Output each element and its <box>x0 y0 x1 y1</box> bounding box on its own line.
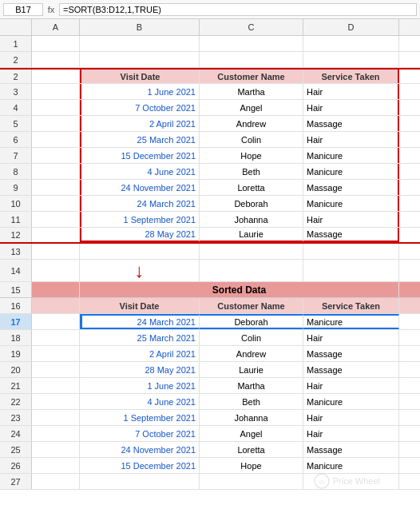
cell-c13[interactable] <box>200 244 303 259</box>
cell-c18[interactable]: Colin <box>200 330 303 345</box>
cell-b1[interactable] <box>80 36 200 51</box>
cell-b25[interactable]: 24 November 2021 <box>80 442 200 457</box>
cell-a14[interactable] <box>32 260 80 281</box>
cell-c3[interactable]: Martha <box>200 84 303 99</box>
cell-a12[interactable] <box>32 228 80 242</box>
sorted-header-visit-date[interactable]: Visit Date <box>80 298 200 313</box>
cell-c4[interactable]: Angel <box>200 100 303 115</box>
cell-d13[interactable] <box>303 244 399 259</box>
cell-b18[interactable]: 25 March 2021 <box>80 330 200 345</box>
cell-b9[interactable]: 24 November 2021 <box>80 180 200 195</box>
cell-a25[interactable] <box>32 442 80 457</box>
cell-d11[interactable]: Hair <box>303 212 399 227</box>
cell-a2[interactable] <box>32 52 80 67</box>
cell-c26[interactable]: Hope <box>200 458 303 473</box>
cell-c1[interactable] <box>200 36 303 51</box>
cell-a22[interactable] <box>32 394 80 409</box>
cell-d2[interactable] <box>303 52 399 67</box>
cell-b12[interactable]: 28 May 2021 <box>80 228 200 242</box>
cell-a7[interactable] <box>32 148 80 163</box>
cell-c25[interactable]: Loretta <box>200 442 303 457</box>
cell-a3[interactable] <box>32 84 80 99</box>
cell-c19[interactable]: Andrew <box>200 346 303 361</box>
cell-c2[interactable] <box>200 52 303 67</box>
cell-b19[interactable]: 2 April 2021 <box>80 346 200 361</box>
cell-d18[interactable]: Hair <box>303 330 399 345</box>
cell-a9[interactable] <box>32 180 80 195</box>
cell-b24[interactable]: 7 October 2021 <box>80 426 200 441</box>
cell-d26[interactable]: Manicure <box>303 458 399 473</box>
cell-c23[interactable]: Johanna <box>200 410 303 425</box>
cell-d19[interactable]: Massage <box>303 346 399 361</box>
cell-d10[interactable]: Manicure <box>303 196 399 211</box>
cell-d14[interactable] <box>303 260 399 281</box>
cell-a4[interactable] <box>32 100 80 115</box>
cell-b17[interactable]: 24 March 2021 <box>80 314 200 329</box>
cell-b22[interactable]: 4 June 2021 <box>80 394 200 409</box>
cell-a21[interactable] <box>32 378 80 393</box>
cell-a27[interactable] <box>32 474 80 489</box>
cell-b5[interactable]: 2 April 2021 <box>80 116 200 131</box>
cell-a15[interactable] <box>32 282 80 297</box>
cell-a16[interactable] <box>32 298 80 313</box>
cell-c20[interactable]: Laurie <box>200 362 303 377</box>
sorted-header-service-taken[interactable]: Service Taken <box>303 298 399 313</box>
cell-a18[interactable] <box>32 330 80 345</box>
cell-c17[interactable]: Deborah <box>200 314 303 329</box>
upper-header-customer-name[interactable]: Customer Name <box>200 70 303 83</box>
cell-a10[interactable] <box>32 196 80 211</box>
cell-b21[interactable]: 1 June 2021 <box>80 378 200 393</box>
formula-input[interactable]: =SORT(B3:D12,1,TRUE) <box>59 3 417 16</box>
cell-d4[interactable]: Hair <box>303 100 399 115</box>
sorted-header-customer-name[interactable]: Customer Name <box>200 298 303 313</box>
cell-b26[interactable]: 15 December 2021 <box>80 458 200 473</box>
cell-d6[interactable]: Hair <box>303 132 399 147</box>
cell-b7[interactable]: 15 December 2021 <box>80 148 200 163</box>
cell-d8[interactable]: Manicure <box>303 164 399 179</box>
cell-a13[interactable] <box>32 244 80 259</box>
cell-d20[interactable]: Massage <box>303 362 399 377</box>
cell-d21[interactable]: Hair <box>303 378 399 393</box>
cell-c11[interactable]: Johanna <box>200 212 303 227</box>
upper-header-service-taken[interactable]: Service Taken <box>303 70 399 83</box>
cell-b23[interactable]: 1 September 2021 <box>80 410 200 425</box>
cell-a8[interactable] <box>32 164 80 179</box>
col-header-b[interactable]: B <box>80 19 200 35</box>
cell-a-header[interactable] <box>32 70 80 83</box>
cell-c8[interactable]: Beth <box>200 164 303 179</box>
cell-d12[interactable]: Massage <box>303 228 399 242</box>
cell-b27[interactable] <box>80 474 200 489</box>
cell-d9[interactable]: Massage <box>303 180 399 195</box>
cell-c22[interactable]: Beth <box>200 394 303 409</box>
cell-a20[interactable] <box>32 362 80 377</box>
cell-b11[interactable]: 1 September 2021 <box>80 212 200 227</box>
cell-c7[interactable]: Hope <box>200 148 303 163</box>
cell-d24[interactable]: Hair <box>303 426 399 441</box>
cell-a19[interactable] <box>32 346 80 361</box>
cell-d23[interactable]: Hair <box>303 410 399 425</box>
cell-c24[interactable]: Angel <box>200 426 303 441</box>
cell-c5[interactable]: Andrew <box>200 116 303 131</box>
cell-b20[interactable]: 28 May 2021 <box>80 362 200 377</box>
cell-c12[interactable]: Laurie <box>200 228 303 242</box>
cell-d17[interactable]: Manicure <box>303 314 399 329</box>
cell-b13[interactable] <box>80 244 200 259</box>
cell-a1[interactable] <box>32 36 80 51</box>
cell-a26[interactable] <box>32 458 80 473</box>
cell-a11[interactable] <box>32 212 80 227</box>
cell-a23[interactable] <box>32 410 80 425</box>
cell-a5[interactable] <box>32 116 80 131</box>
cell-b6[interactable]: 25 March 2021 <box>80 132 200 147</box>
col-header-d[interactable]: D <box>303 19 399 35</box>
cell-a17[interactable] <box>32 314 80 329</box>
cell-c14[interactable] <box>200 260 303 281</box>
cell-b4[interactable]: 7 October 2021 <box>80 100 200 115</box>
col-header-a[interactable]: A <box>32 19 80 35</box>
cell-d25[interactable]: Massage <box>303 442 399 457</box>
cell-d22[interactable]: Manicure <box>303 394 399 409</box>
cell-a24[interactable] <box>32 426 80 441</box>
cell-c10[interactable]: Deborah <box>200 196 303 211</box>
cell-b10[interactable]: 24 March 2021 <box>80 196 200 211</box>
cell-d3[interactable]: Hair <box>303 84 399 99</box>
cell-d5[interactable]: Massage <box>303 116 399 131</box>
